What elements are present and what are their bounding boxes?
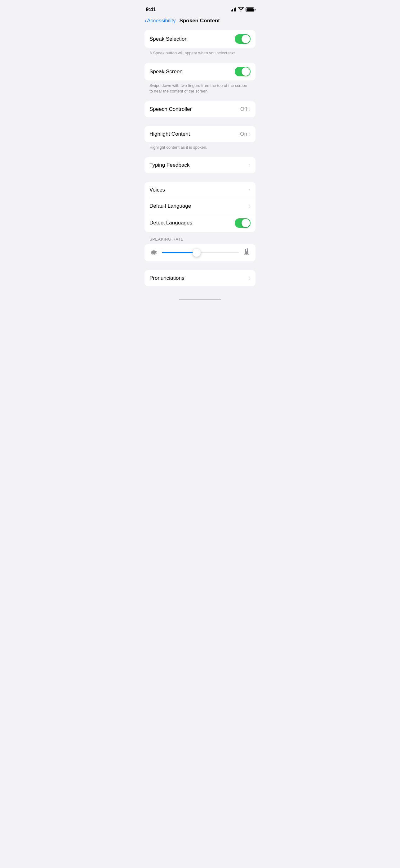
speak-selection-card: Speak Selection bbox=[144, 30, 256, 48]
typing-feedback-row[interactable]: Typing Feedback › bbox=[144, 157, 256, 173]
voices-section: Voices › Default Language › Detect Langu… bbox=[144, 182, 256, 232]
content: Speak Selection A Speak button will appe… bbox=[139, 28, 261, 291]
home-bar bbox=[179, 299, 221, 300]
gap-2 bbox=[139, 176, 261, 182]
svg-point-7 bbox=[154, 254, 155, 254]
svg-point-1 bbox=[153, 250, 155, 252]
pronunciations-row[interactable]: Pronunciations › bbox=[144, 270, 256, 286]
speak-selection-hint: A Speak button will appear when you sele… bbox=[144, 48, 256, 60]
pronunciations-label: Pronunciations bbox=[149, 275, 184, 281]
back-label[interactable]: Accessibility bbox=[147, 18, 176, 24]
speech-controller-section: Speech Controller Off › bbox=[144, 101, 256, 117]
detect-languages-label: Detect Languages bbox=[149, 220, 192, 226]
speech-controller-label: Speech Controller bbox=[149, 106, 192, 113]
highlight-content-hint: Highlight content as it is spoken. bbox=[144, 142, 256, 155]
highlight-content-row[interactable]: Highlight Content On › bbox=[144, 126, 256, 142]
svg-point-17 bbox=[247, 252, 247, 253]
speak-screen-card: Speak Screen bbox=[144, 63, 256, 81]
typing-feedback-card: Typing Feedback › bbox=[144, 157, 256, 173]
page-title: Spoken Content bbox=[179, 18, 220, 24]
speak-screen-label: Speak Screen bbox=[149, 69, 182, 75]
typing-feedback-label: Typing Feedback bbox=[149, 162, 190, 168]
voices-card: Voices › Default Language › Detect Langu… bbox=[144, 182, 256, 232]
typing-feedback-chevron-icon: › bbox=[249, 162, 251, 168]
speak-screen-section: Speak Screen Swipe down with two fingers… bbox=[144, 63, 256, 98]
speech-controller-card: Speech Controller Off › bbox=[144, 101, 256, 117]
highlight-content-card: Highlight Content On › bbox=[144, 126, 256, 142]
typing-feedback-section: Typing Feedback › bbox=[144, 157, 256, 173]
speak-selection-section: Speak Selection A Speak button will appe… bbox=[144, 30, 256, 60]
gap-1 bbox=[139, 120, 261, 126]
speak-screen-hint: Swipe down with two fingers from the top… bbox=[144, 81, 256, 98]
detect-languages-row[interactable]: Detect Languages bbox=[144, 214, 256, 232]
speaking-rate-slider[interactable] bbox=[162, 250, 239, 256]
back-chevron-icon: ‹ bbox=[144, 18, 146, 24]
signal-bars-icon bbox=[231, 8, 236, 11]
slider-thumb[interactable] bbox=[193, 249, 201, 257]
highlight-content-section: Highlight Content On › Highlight content… bbox=[144, 126, 256, 155]
status-icons bbox=[231, 7, 254, 12]
default-language-row[interactable]: Default Language › bbox=[144, 198, 256, 214]
speech-controller-value: Off bbox=[240, 106, 247, 113]
highlight-content-value: On bbox=[240, 131, 247, 137]
home-indicator bbox=[139, 296, 261, 303]
speak-selection-toggle[interactable] bbox=[235, 34, 251, 44]
detect-languages-toggle-thumb bbox=[241, 219, 250, 227]
turtle-icon bbox=[149, 248, 158, 257]
default-language-label: Default Language bbox=[149, 203, 191, 209]
battery-icon bbox=[245, 7, 254, 12]
back-button[interactable]: ‹ Accessibility bbox=[144, 18, 176, 24]
speaking-rate-label: SPEAKING RATE bbox=[144, 235, 256, 244]
voices-label: Voices bbox=[149, 187, 165, 193]
speak-selection-row[interactable]: Speak Selection bbox=[144, 30, 256, 48]
highlight-content-label: Highlight Content bbox=[149, 131, 190, 137]
rabbit-icon bbox=[242, 248, 251, 257]
speak-screen-toggle[interactable] bbox=[235, 67, 251, 76]
speech-controller-chevron-icon: › bbox=[249, 106, 251, 112]
pronunciations-section: Pronunciations › bbox=[144, 270, 256, 286]
wifi-icon bbox=[238, 7, 244, 12]
detect-languages-toggle[interactable] bbox=[235, 218, 251, 228]
speak-screen-toggle-thumb bbox=[241, 67, 250, 76]
status-bar: 9:41 bbox=[139, 0, 261, 15]
svg-point-12 bbox=[247, 248, 248, 252]
speak-selection-toggle-thumb bbox=[241, 35, 250, 43]
voices-chevron-icon: › bbox=[249, 187, 251, 192]
speaking-rate-section: SPEAKING RATE bbox=[144, 235, 256, 261]
svg-point-13 bbox=[245, 251, 247, 253]
pronunciations-card: Pronunciations › bbox=[144, 270, 256, 286]
voices-row[interactable]: Voices › bbox=[144, 182, 256, 198]
default-language-chevron-icon: › bbox=[249, 203, 251, 209]
pronunciations-chevron-icon: › bbox=[249, 275, 251, 281]
status-time: 9:41 bbox=[146, 6, 156, 13]
slider-track bbox=[162, 252, 239, 253]
speak-screen-row[interactable]: Speak Screen bbox=[144, 63, 256, 81]
speaking-rate-card bbox=[144, 244, 256, 261]
svg-point-6 bbox=[152, 254, 154, 254]
speak-selection-label: Speak Selection bbox=[149, 36, 188, 42]
highlight-content-chevron-icon: › bbox=[249, 131, 251, 136]
gap-3 bbox=[139, 264, 261, 270]
nav-header: ‹ Accessibility Spoken Content bbox=[139, 15, 261, 28]
svg-point-9 bbox=[157, 251, 157, 251]
slider-fill bbox=[162, 252, 197, 253]
svg-point-16 bbox=[245, 252, 246, 253]
speech-controller-row[interactable]: Speech Controller Off › bbox=[144, 101, 256, 117]
